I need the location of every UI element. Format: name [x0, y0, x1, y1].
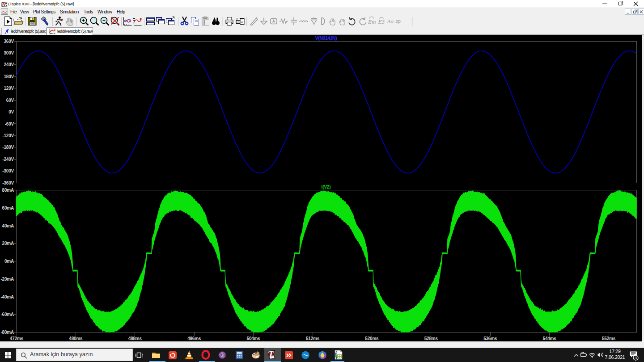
svg-text:17:29: 17:29	[609, 349, 621, 354]
svg-text:7.06.2021: 7.06.2021	[605, 354, 625, 360]
svg-text:3: 3	[635, 356, 637, 360]
